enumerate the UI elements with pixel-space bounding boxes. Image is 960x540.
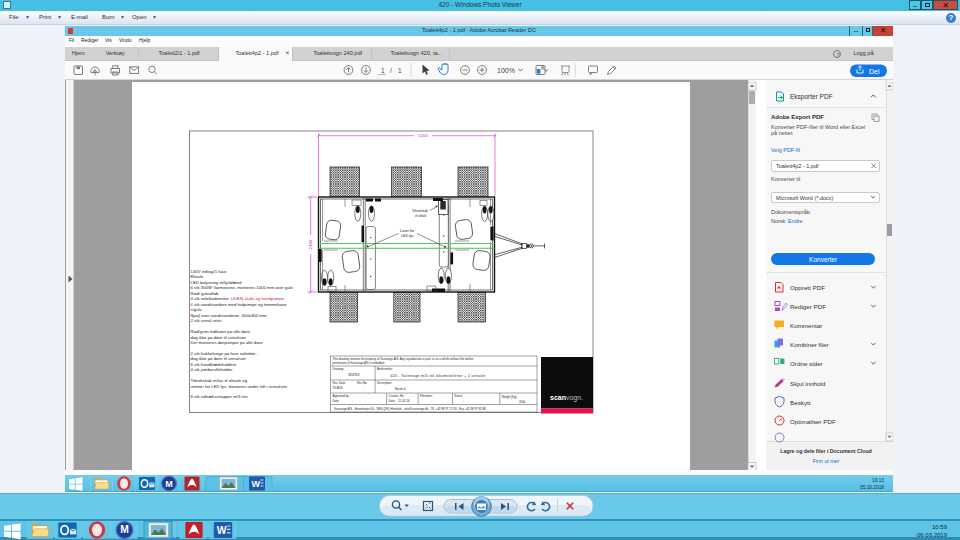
svg-text:1: 1 [398,67,402,74]
svg-text:10:13: 10:13 [872,478,884,483]
svg-text:Approved by: -: Approved by: - [333,394,352,398]
svg-text:2180: 2180 [308,239,313,249]
svg-text:4 stk toiletkabinetter, UDEN s: 4 stk toiletkabinetter, UDEN sluds og hå… [191,296,285,301]
svg-text:Scanvogn A/S - Hovedvejen 60 -: Scanvogn A/S - Hovedvejen 60 - 9850 (DK)… [334,407,486,411]
svg-text:Beskrivelse:: Beskrivelse: [377,367,393,371]
svg-text:1: 1 [381,67,385,74]
svg-text:M: M [165,479,173,489]
svg-text:420 - Toiletvogn m/4 stk lokum: 420 - Toiletvogn m/4 stk lokumstoiletter… [391,374,487,378]
svg-text:LED belysning m/lysblænd: LED belysning m/lysblænd [191,280,242,285]
svg-text:10:59: 10:59 [932,524,948,530]
svg-text:Date:: Date: [333,399,340,403]
svg-text:4 stk jumborulleholder: 4 stk jumborulleholder [191,367,234,372]
svg-text:Norsk el: Norsk el [395,387,406,391]
svg-text:2 stk frakkekroge på hver toil: 2 stk frakkekroge på hver toiletdør - [191,351,259,356]
svg-text:Konst:: Konst: [455,394,463,398]
svg-text:urtimer for LED lys, monteres: urtimer for LED lys, monteres under loft… [191,384,288,389]
svg-text:Weight [Kg]:: Weight [Kg]: [502,395,518,399]
svg-text:1853918: 1853918 [348,373,360,377]
svg-text:Låser for: Låser for [400,229,415,233]
svg-text:6 stk vandstandere med fodpump: 6 stk vandstandere med fodpumpe og tømme… [191,302,288,307]
svg-text:130V indtag/1 fase: 130V indtag/1 fase [191,269,227,274]
svg-text:Rødt gulvafløb: Rødt gulvafløb [191,291,220,296]
svg-text:-: - [431,399,432,403]
svg-text:Der monteres dørpumper på alle: Der monteres dørpumper på alle døre [191,340,264,345]
svg-text:Rev No:: Rev No: [357,381,368,385]
svg-text:Drawing:: Drawing: [333,367,345,371]
svg-text:dog ikke på døre til urinalrum: dog ikke på døre til urinalrum [191,335,247,340]
svg-text:Teknikskab m/lås til eltavle o: Teknikskab m/lås til eltavle og [191,378,248,383]
svg-text:-: - [463,399,464,403]
svg-text:12-02-16: 12-02-16 [398,399,410,403]
svg-text:i/t aftale: i/t aftale [415,214,426,218]
svg-text:6 stk udtræksstrapper m/3 trin: 6 stk udtræksstrapper m/3 trin [191,394,249,399]
svg-text:-: - [352,399,353,403]
svg-text:Creator:: Creator: [389,394,400,398]
svg-text:Description:: Description: [377,381,392,385]
svg-text:W: W [217,525,227,536]
svg-text:Hu: Hu [400,394,404,398]
svg-text:2000: 2000 [519,400,526,404]
svg-text:6 stk 300W Varmeovne, monteres: 6 stk 300W Varmeovne, monteres 1000 mm o… [191,285,294,290]
svg-text:TILBUD: TILBUD [333,386,343,390]
svg-text:-: - [364,386,365,390]
svg-text:LED-lys: LED-lys [401,234,414,238]
svg-text:permission of Scanvogn A/S is: permission of Scanvogn A/S is forbidden. [333,361,386,365]
svg-text:s/gulv: s/gulv [191,307,203,312]
svg-text:6 stk håndklædeholdere: 6 stk håndklædeholdere [191,362,237,367]
svg-text:Rev. Date:: Rev. Date: [333,381,347,385]
svg-text:Del: Del [869,68,880,75]
svg-text:scanvogn.: scanvogn. [550,394,583,402]
svg-text:100%: 100% [497,67,515,74]
svg-text:Filename:: Filename: [420,394,433,398]
svg-text:dog ikke på døre til urinalrum: dog ikke på døre til urinalrum [191,356,247,361]
svg-text:M: M [120,524,129,535]
svg-text:W: W [252,479,261,489]
svg-text:Eltavle: Eltavle [191,274,205,279]
svg-text:Rød/grøn indikator på alle dør: Rød/grøn indikator på alle døre, [191,329,252,334]
svg-text:/: / [390,67,392,74]
svg-text:2 stk urinal units: 2 stk urinal units [191,318,222,323]
svg-text:4200: 4200 [418,133,428,138]
svg-text:Spejl over vandstanderne, 400x: Spejl over vandstanderne, 400x300 mm [191,313,267,318]
svg-text:Teknikskab: Teknikskab [412,209,428,213]
svg-text:06.03.2019: 06.03.2019 [917,532,948,538]
svg-text:05.10.2018: 05.10.2018 [860,485,884,490]
svg-text:Date:: Date: [389,399,396,403]
